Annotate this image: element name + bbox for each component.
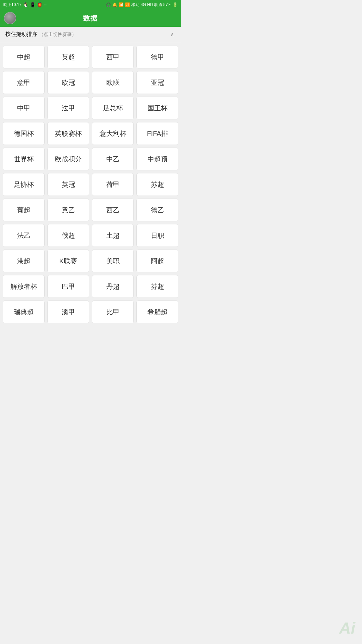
league-item-1-1[interactable]: 欧冠 xyxy=(47,71,89,94)
league-item-5-0[interactable]: 足协杯 xyxy=(3,173,45,196)
league-item-1-3[interactable]: 亚冠 xyxy=(136,71,178,94)
grid-row-8: 港超K联赛美职阿超 xyxy=(3,250,178,272)
grid-row-4: 世界杯欧战积分中乙中超预 xyxy=(3,148,178,170)
league-item-6-3[interactable]: 德乙 xyxy=(136,199,178,221)
league-item-6-0[interactable]: 葡超 xyxy=(3,199,45,221)
league-item-8-1[interactable]: K联赛 xyxy=(47,250,89,272)
league-item-8-0[interactable]: 港超 xyxy=(3,250,45,272)
league-item-8-3[interactable]: 阿超 xyxy=(136,250,178,272)
penguin-icon: 🐧 xyxy=(23,2,28,7)
league-item-10-3[interactable]: 希腊超 xyxy=(136,301,178,323)
alarm-icon: 🔔 xyxy=(112,2,117,7)
grid-row-10: 瑞典超澳甲比甲希腊超 xyxy=(3,301,178,323)
grid-row-1: 意甲欧冠欧联亚冠 xyxy=(3,71,178,94)
league-item-4-3[interactable]: 中超预 xyxy=(136,148,178,170)
grid-row-5: 足协杯英冠荷甲苏超 xyxy=(3,173,178,196)
league-item-6-1[interactable]: 意乙 xyxy=(47,199,89,221)
league-item-2-0[interactable]: 中甲 xyxy=(3,97,45,119)
grid-row-7: 法乙俄超土超日职 xyxy=(3,224,178,247)
league-item-7-0[interactable]: 法乙 xyxy=(3,224,45,247)
league-item-1-2[interactable]: 欧联 xyxy=(92,71,134,94)
more-dots: ··· xyxy=(44,2,47,7)
league-item-7-3[interactable]: 日职 xyxy=(136,224,178,247)
grid-row-3: 德国杯英联赛杯意大利杯FIFA排 xyxy=(3,122,178,145)
grid-row-6: 葡超意乙西乙德乙 xyxy=(3,199,178,221)
headphone-icon: 🎧 xyxy=(106,2,111,7)
avatar-image xyxy=(4,12,16,24)
league-item-3-0[interactable]: 德国杯 xyxy=(3,122,45,145)
league-item-10-1[interactable]: 澳甲 xyxy=(47,301,89,323)
league-item-0-1[interactable]: 英超 xyxy=(47,46,89,68)
grid-row-9: 解放者杯巴甲丹超芬超 xyxy=(3,275,178,298)
league-item-0-0[interactable]: 中超 xyxy=(3,46,45,68)
league-item-3-1[interactable]: 英联赛杯 xyxy=(47,122,89,145)
status-time: 晚上10:17 xyxy=(3,2,21,8)
league-item-10-0[interactable]: 瑞典超 xyxy=(3,301,45,323)
sort-label-container: 按住拖动排序 （点击切换赛事） xyxy=(5,31,76,38)
league-item-2-2[interactable]: 足总杯 xyxy=(92,97,134,119)
chevron-up-icon[interactable]: ∧ xyxy=(169,31,176,38)
league-item-4-1[interactable]: 欧战积分 xyxy=(47,148,89,170)
league-item-6-2[interactable]: 西乙 xyxy=(92,199,134,221)
league-item-4-0[interactable]: 世界杯 xyxy=(3,148,45,170)
league-item-10-2[interactable]: 比甲 xyxy=(92,301,134,323)
league-item-9-3[interactable]: 芬超 xyxy=(136,275,178,298)
grid-row-0: 中超英超西甲德甲 xyxy=(3,46,178,68)
status-left: 晚上10:17 🐧 📱 🏮 ··· xyxy=(3,2,47,8)
header: 数据 xyxy=(0,9,181,27)
app-icon2: 🏮 xyxy=(37,2,43,7)
sort-label-sub: （点击切换赛事） xyxy=(39,32,76,37)
league-item-2-1[interactable]: 法甲 xyxy=(47,97,89,119)
league-item-5-1[interactable]: 英冠 xyxy=(47,173,89,196)
league-item-8-2[interactable]: 美职 xyxy=(92,250,134,272)
league-item-5-2[interactable]: 荷甲 xyxy=(92,173,134,196)
status-bar: 晚上10:17 🐧 📱 🏮 ··· 🎧 🔔 📶 📶 移动 4G HD 联通 57… xyxy=(0,0,181,9)
league-item-5-3[interactable]: 苏超 xyxy=(136,173,178,196)
battery-icon: 🔋 xyxy=(173,2,178,7)
league-item-7-1[interactable]: 俄超 xyxy=(47,224,89,247)
league-item-9-2[interactable]: 丹超 xyxy=(92,275,134,298)
sort-label-main: 按住拖动排序 xyxy=(5,31,38,37)
carrier-info: 移动 4G HD 联通 57% xyxy=(131,2,171,8)
league-item-0-3[interactable]: 德甲 xyxy=(136,46,178,68)
league-item-9-0[interactable]: 解放者杯 xyxy=(3,275,45,298)
league-item-0-2[interactable]: 西甲 xyxy=(92,46,134,68)
grid-row-2: 中甲法甲足总杯国王杯 xyxy=(3,97,178,119)
league-item-4-2[interactable]: 中乙 xyxy=(92,148,134,170)
league-item-3-2[interactable]: 意大利杯 xyxy=(92,122,134,145)
league-grid: 中超英超西甲德甲意甲欧冠欧联亚冠中甲法甲足总杯国王杯德国杯英联赛杯意大利杯FIF… xyxy=(0,42,181,329)
league-item-3-3[interactable]: FIFA排 xyxy=(136,122,178,145)
league-item-9-1[interactable]: 巴甲 xyxy=(47,275,89,298)
signal-icon: 📶 xyxy=(125,2,130,7)
league-item-1-0[interactable]: 意甲 xyxy=(3,71,45,94)
league-item-2-3[interactable]: 国王杯 xyxy=(136,97,178,119)
app-icon1: 📱 xyxy=(30,2,36,7)
avatar[interactable] xyxy=(4,12,16,24)
page-title: 数据 xyxy=(83,14,98,23)
status-right: 🎧 🔔 📶 📶 移动 4G HD 联通 57% 🔋 xyxy=(106,2,178,8)
wifi-icon: 📶 xyxy=(119,2,124,7)
sort-bar: 按住拖动排序 （点击切换赛事） ∧ xyxy=(0,27,181,42)
league-item-7-2[interactable]: 土超 xyxy=(92,224,134,247)
